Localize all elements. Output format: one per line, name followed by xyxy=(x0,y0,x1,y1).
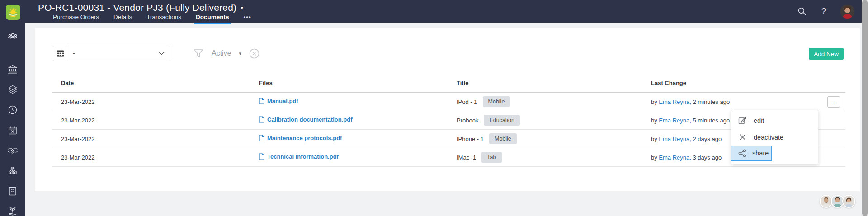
clock-icon[interactable] xyxy=(8,105,18,115)
pdf-file-icon xyxy=(259,135,264,141)
pdf-file-icon xyxy=(259,116,264,123)
collaborator-avatars xyxy=(821,195,855,208)
add-new-button[interactable]: Add New xyxy=(809,48,844,60)
user-link[interactable]: Ema Reyna xyxy=(659,99,689,105)
file-link[interactable]: Maintenance protocols.pdf xyxy=(259,135,342,141)
file-link[interactable]: Calibration documentation.pdf xyxy=(259,116,353,123)
help-icon[interactable]: ? xyxy=(819,6,829,16)
tab-bar: Purchase Orders Details Transactions Doc… xyxy=(51,13,253,23)
table-row: 23-Mar-2022 Manual.pdf IPod - 1Mobile by… xyxy=(52,93,845,111)
category-badge: Mobile xyxy=(489,133,517,144)
page-title[interactable]: PO-RC1-00031 - Vendor PJ3 (Fully Deliver… xyxy=(38,2,244,13)
cubes-icon[interactable] xyxy=(8,166,18,176)
edit-icon xyxy=(738,116,747,125)
left-sidebar xyxy=(0,23,25,216)
search-icon[interactable] xyxy=(797,6,807,16)
cell-date: 23-Mar-2022 xyxy=(52,154,259,161)
sunrise-logo-icon xyxy=(7,6,19,18)
table-grid-icon xyxy=(57,50,64,57)
cell-title: IPhone - 1 xyxy=(457,136,484,142)
filter-caret-icon[interactable]: ▾ xyxy=(239,51,242,56)
app-window: PO-RC1-00031 - Vendor PJ3 (Fully Deliver… xyxy=(0,0,868,216)
chevron-down-icon xyxy=(159,52,165,55)
user-link[interactable]: Ema Reyna xyxy=(659,117,689,124)
close-icon xyxy=(738,133,747,141)
tab-documents[interactable]: Documents xyxy=(194,13,231,24)
layers-icon[interactable] xyxy=(8,85,18,94)
table-view-button[interactable] xyxy=(53,46,67,61)
category-badge: Education xyxy=(484,115,520,126)
menu-item-deactivate[interactable]: deactivate xyxy=(731,129,818,146)
table-row: 23-Mar-2022 Technical information.pdf IM… xyxy=(52,148,845,167)
category-badge: Mobile xyxy=(483,96,510,107)
header-actions: ? xyxy=(797,0,854,23)
menu-item-label: edit xyxy=(754,117,764,124)
title-dropdown-caret: ▾ xyxy=(241,5,243,11)
checklist-icon[interactable] xyxy=(8,186,18,196)
filter-status-label[interactable]: Active xyxy=(212,49,231,57)
cell-date: 23-Mar-2022 xyxy=(52,117,259,124)
cell-last-change: by Ema Reyna, 2 minutes ago xyxy=(651,99,818,105)
file-link[interactable]: Technical information.pdf xyxy=(259,153,339,160)
app-logo[interactable] xyxy=(6,5,20,20)
share-icon xyxy=(738,149,746,158)
filter-zone: Active ▾ xyxy=(193,46,259,61)
cell-date: 23-Mar-2022 xyxy=(52,136,259,142)
menu-item-label: share xyxy=(752,150,769,157)
pdf-file-icon xyxy=(259,153,264,160)
pdf-file-icon xyxy=(259,98,264,104)
menu-item-edit[interactable]: edit xyxy=(731,112,818,129)
column-header-date[interactable]: Date xyxy=(52,80,259,86)
page-title-text: PO-RC1-00031 - Vendor PJ3 (Fully Deliver… xyxy=(38,2,236,13)
cell-title: Probook xyxy=(457,117,478,124)
row-context-menu: edit deactivate share xyxy=(731,110,818,164)
user-link[interactable]: Ema Reyna xyxy=(659,136,689,142)
handshake-icon[interactable] xyxy=(8,146,18,155)
calendar-x-icon[interactable] xyxy=(8,125,18,135)
bank-icon[interactable] xyxy=(8,64,18,74)
user-link[interactable]: Ema Reyna xyxy=(659,154,689,161)
filter-funnel-icon[interactable] xyxy=(193,48,204,59)
user-avatar[interactable] xyxy=(840,5,854,19)
row-actions-button[interactable]: ... xyxy=(827,96,840,108)
file-link[interactable]: Manual.pdf xyxy=(259,98,298,104)
column-header-last-change[interactable]: Last Change xyxy=(651,80,818,86)
column-header-files[interactable]: Files xyxy=(259,80,457,86)
column-header-title[interactable]: Title xyxy=(457,80,651,86)
scrollbar-thumb[interactable] xyxy=(862,0,868,216)
cell-title: IMac -1 xyxy=(457,154,476,161)
top-header: PO-RC1-00031 - Vendor PJ3 (Fully Deliver… xyxy=(0,0,868,23)
cell-title: IPod - 1 xyxy=(457,99,477,105)
clear-filter-icon[interactable] xyxy=(249,48,259,59)
table-row: 23-Mar-2022 Calibration documentation.pd… xyxy=(52,111,845,130)
tab-purchase-orders[interactable]: Purchase Orders xyxy=(51,13,101,23)
tab-details[interactable]: Details xyxy=(112,13,134,23)
collaborator-avatar[interactable] xyxy=(842,195,855,208)
table-header-row: Date Files Title Last Change xyxy=(52,73,845,93)
menu-item-label: deactivate xyxy=(754,134,783,141)
tabs-overflow-button[interactable]: ••• xyxy=(242,13,253,23)
users-icon[interactable] xyxy=(8,32,18,42)
help-glyph: ? xyxy=(821,7,826,16)
view-dropdown-value: - xyxy=(73,50,75,57)
tab-transactions[interactable]: Transactions xyxy=(145,13,183,23)
cell-date: 23-Mar-2022 xyxy=(52,99,259,105)
view-dropdown[interactable]: - xyxy=(67,46,170,61)
growth-icon[interactable] xyxy=(8,207,18,216)
documents-table: Date Files Title Last Change 23-Mar-2022… xyxy=(52,73,845,167)
category-badge: Tab xyxy=(481,152,501,163)
view-selector: - xyxy=(53,46,170,61)
menu-item-share[interactable]: share xyxy=(731,146,772,161)
vertical-scrollbar[interactable] xyxy=(862,0,868,216)
table-row: 23-Mar-2022 Maintenance protocols.pdf IP… xyxy=(52,130,845,148)
